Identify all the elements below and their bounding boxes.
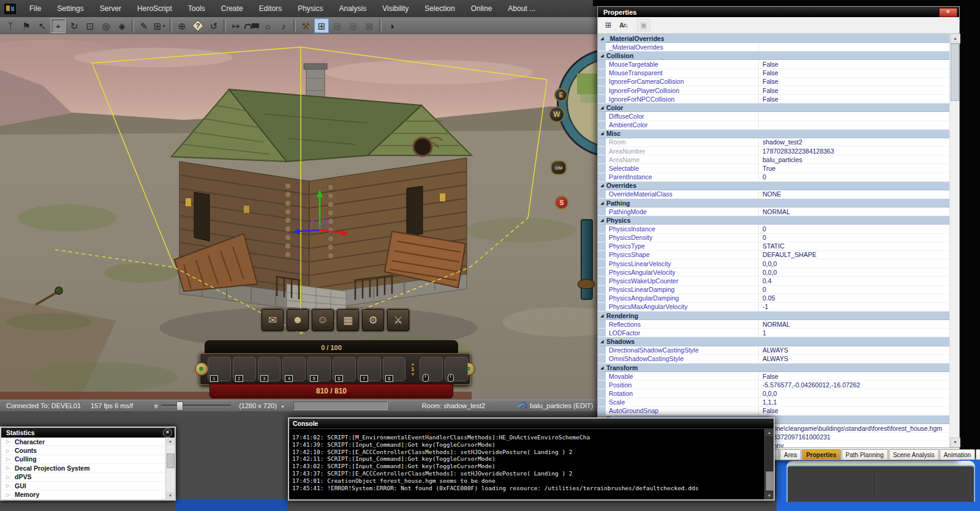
property-category-transform[interactable]: ◢Transform [598, 364, 950, 372]
panels-select-icon[interactable]: ⊠ [362, 18, 377, 33]
property-value[interactable]: False [759, 78, 950, 85]
hotbar-slot-4[interactable]: 4 [282, 357, 306, 381]
categorized-view-button[interactable]: ⊞ [601, 19, 615, 31]
hotbar-slot-1[interactable]: 1 [208, 357, 231, 381]
speaker-icon[interactable]: ♪ [276, 18, 291, 33]
alphabetical-sort-button[interactable]: AZ↓ [617, 19, 630, 31]
property-category-physics[interactable]: ◢Physics [598, 216, 950, 225]
properties-scrollbar[interactable]: ▲ ▼ [949, 34, 959, 447]
property-value[interactable]: 17870283322384128363 [759, 147, 950, 155]
property-category-collision[interactable]: ◢Collision [598, 51, 950, 60]
menu-heroscript[interactable]: HeroScript [129, 0, 180, 17]
properties-titlebar[interactable]: Properties × [598, 7, 959, 17]
statistics-scrollbar[interactable]: ▲ ▼ [165, 438, 175, 499]
property-row-physicsdensity[interactable]: PhysicsDensity0 [598, 234, 950, 242]
menu-settings[interactable]: Settings [49, 0, 91, 17]
hotbar-slot-2[interactable]: 2 [233, 357, 256, 381]
property-category-rendering[interactable]: ◢Rendering [598, 311, 950, 320]
resolution-dropdown-icon[interactable]: ▼ [281, 405, 285, 409]
menu-about[interactable]: About ... [500, 0, 543, 17]
property-value[interactable]: 0 [759, 234, 950, 241]
property-row-ignorefornpccollision[interactable]: IgnoreForNPCCollisionFalse [598, 95, 950, 103]
property-category-pathing[interactable]: ◢Pathing [598, 199, 950, 207]
console-scroll-up-icon[interactable]: ▲ [765, 429, 774, 436]
property-row-overridematerialclass[interactable]: OverrideMaterialClassNONE [598, 190, 950, 199]
property-row-omnishadowcastingstyle[interactable]: OmniShadowCastingStyleALWAYS [598, 355, 950, 364]
move-tool-icon[interactable]: + [51, 18, 66, 33]
property-value[interactable]: \engine\cleangame\buildings\standard\for… [759, 425, 950, 432]
property-value[interactable]: 0.4 [759, 277, 950, 285]
property-row-physicswakeupcounter[interactable]: PhysicsWakeUpCounter0.4 [598, 277, 950, 285]
stats-item-memory[interactable]: ▷Memory [1, 490, 166, 499]
menu-visibility[interactable]: Visibility [374, 0, 417, 17]
property-row-autogroundsnap[interactable]: AutoGroundSnapFalse [598, 407, 950, 416]
menu-selection[interactable]: Selection [417, 0, 462, 17]
cursor-icon[interactable]: ↖ [35, 18, 50, 33]
console-scrollbar[interactable]: ▲ ▼ [764, 429, 774, 499]
property-value[interactable]: DEFAULT_SHAPE [759, 251, 950, 258]
property-row-areaname[interactable]: AreaNamebalu_particles [598, 155, 950, 164]
character-button[interactable]: ☺ [312, 309, 334, 331]
console-scroll-down-icon[interactable]: ▼ [765, 492, 774, 499]
pager-down-icon[interactable]: ▼ [410, 372, 415, 376]
property-value[interactable]: NORMAL [759, 321, 950, 328]
inventory-button[interactable]: ▦ [337, 309, 359, 331]
property-row-reflections[interactable]: ReflectionsNORMAL [598, 320, 950, 329]
tab-shader-deb[interactable]: Shader Deb [976, 449, 980, 460]
stats-scroll-down-icon[interactable]: ▼ [166, 492, 175, 499]
property-category-shadows[interactable]: ◢Shadows [598, 337, 950, 346]
hotbar-slot-8[interactable]: 8 [383, 357, 406, 381]
property-row-physicsangulardamping[interactable]: PhysicsAngularDamping0.05 [598, 294, 950, 303]
property-grid[interactable]: ◢_MaterialOverrides_MaterialOverrides◢Co… [598, 34, 950, 447]
property-category-materialoverrides[interactable]: ◢_MaterialOverrides [598, 34, 950, 43]
close-button[interactable]: × [939, 8, 957, 17]
property-row-materialoverrides[interactable]: _MaterialOverrides [598, 43, 950, 51]
property-value[interactable]: 0.05 [759, 294, 950, 302]
property-value[interactable]: STATIC [759, 242, 950, 250]
compass-east-button[interactable]: E [554, 88, 568, 102]
property-row-mousetransparent[interactable]: MouseTransparentFalse [598, 69, 950, 78]
property-row-lodfactor[interactable]: LODFactor1 [598, 329, 950, 337]
property-value[interactable]: False [759, 69, 950, 76]
light-bulb-icon[interactable]: ☼ [260, 18, 275, 33]
property-category-misc[interactable]: ◢Misc [598, 130, 950, 138]
pager-up-icon[interactable]: ▲ [410, 362, 415, 366]
property-value[interactable]: 0,0,0 [759, 260, 950, 267]
property-value[interactable]: balu_particles [759, 156, 950, 163]
property-category-color[interactable]: ◢Color [598, 103, 950, 112]
property-value[interactable]: 9223372097161000231 [759, 433, 950, 441]
property-value[interactable]: 0 [759, 286, 950, 293]
menu-file[interactable]: File [21, 0, 49, 17]
property-category-overrides[interactable]: ◢Overrides [598, 182, 950, 190]
property-row-pathingmode[interactable]: PathingModeNORMAL [598, 207, 950, 216]
property-value[interactable]: True [759, 165, 950, 172]
tab-path-planning[interactable]: Path Planning [842, 449, 888, 460]
property-row-rotation[interactable]: Rotation0,0,0 [598, 389, 950, 398]
property-row-scale[interactable]: Scale1,1,1 [598, 398, 950, 407]
property-value[interactable]: -1 [759, 303, 950, 310]
property-value[interactable]: False [759, 373, 950, 380]
compass-south-button[interactable]: S [555, 196, 568, 209]
environment-slider[interactable] [162, 405, 230, 407]
slider-thumb[interactable] [176, 401, 183, 411]
property-row-physicsangularvelocity[interactable]: PhysicsAngularVelocity0,0,0 [598, 268, 950, 277]
property-value[interactable]: shadow_test2 [759, 138, 950, 146]
scale-tool-icon[interactable]: ⊡ [83, 18, 97, 33]
hotbar-slot-3[interactable]: 3 [258, 357, 281, 381]
snap-arrow-icon[interactable]: ↦ [228, 18, 243, 33]
character-select-icon[interactable]: ᛉ [3, 18, 18, 33]
property-value[interactable]: NORMAL [759, 208, 950, 215]
property-value[interactable]: Granny [759, 442, 950, 447]
world-icon[interactable]: ⊕ [175, 18, 189, 33]
pick-tag-icon[interactable]: ⚑ [19, 18, 34, 33]
stats-scroll-up-icon[interactable]: ▲ [166, 438, 175, 445]
property-value[interactable]: NONE [759, 190, 950, 198]
tab-area[interactable]: Area [780, 449, 801, 460]
effects-brush-icon[interactable]: ⚒ [298, 18, 313, 33]
status-input-box[interactable] [293, 401, 388, 410]
reload-help-icon[interactable]: ↺ [206, 18, 221, 33]
property-value[interactable]: 0 [759, 225, 950, 233]
chat-button[interactable]: ✉ [262, 309, 284, 331]
stats-item-decal-projection-system[interactable]: ▷Decal Projection System [1, 464, 166, 472]
property-row-mousetargetable[interactable]: MouseTargetableFalse [598, 60, 950, 69]
